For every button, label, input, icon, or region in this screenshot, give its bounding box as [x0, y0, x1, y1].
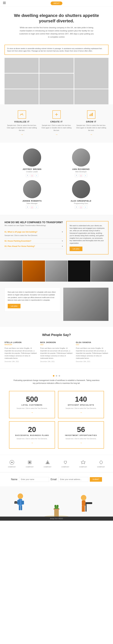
faq-title: HOW DO WE HELP COMPANIES TO TRANSFORM?: [4, 221, 63, 224]
email-input[interactable]: [58, 477, 88, 482]
left-card-text: Duis aute irure dolor in reprehenderit i…: [8, 291, 57, 302]
features-section: VISUALIZE IT Sample text. Click to selec…: [0, 104, 113, 142]
social-icons-ann: f ◯ t: [58, 174, 104, 177]
les-plus-button-card[interactable]: Les plus: [8, 304, 20, 308]
instagram-icon-ann[interactable]: ◯: [79, 174, 83, 177]
feature-visualize: VISUALIZE IT Sample text. Click to selec…: [7, 110, 37, 136]
name-label: Name: [11, 478, 17, 481]
stat-arrow-plans[interactable]: →: [12, 441, 52, 444]
header: ABOUT: [0, 0, 113, 7]
facebook-icon-jeffrey[interactable]: f: [26, 174, 29, 177]
svg-rect-6: [91, 114, 92, 116]
stat-opportunities: 56 INVESTMENT OPPORTUNITIES Sample text.…: [58, 421, 104, 448]
team-member-alex: ALEX GREENFIELD Programming Guru f ◯ t: [58, 180, 104, 209]
hamburger-icon[interactable]: [3, 2, 6, 4]
image-grid: [4, 58, 109, 104]
facebook-icon-alex[interactable]: f: [75, 206, 78, 209]
team-photo-jeffrey: [23, 148, 41, 166]
feature-visualize-arrow[interactable]: →: [7, 133, 37, 136]
svg-rect-19: [14, 502, 17, 504]
stat-arrow-specialists[interactable]: →: [61, 411, 101, 414]
faq-question-3[interactable]: 03. Plan Ahead For Home Painting? ▼: [4, 245, 63, 247]
svg-rect-10: [29, 462, 31, 463]
about-button[interactable]: ABOUT: [51, 2, 62, 5]
gallery-image-1: [0, 260, 22, 282]
dot-1[interactable]: [53, 375, 54, 376]
svg-rect-28: [83, 506, 85, 512]
dot-2[interactable]: [56, 375, 57, 376]
stat-plans: 20 SUCCESSFUL BUSINESS PLANS Sample text…: [9, 421, 55, 448]
stat-label-opportunities: INVESTMENT OPPORTUNITIES: [61, 434, 101, 436]
grid-image-7: [39, 89, 74, 104]
faq-item-2: 02. House Painting Essentials? ▼: [4, 238, 63, 244]
facebook-icon-ann[interactable]: f: [75, 174, 78, 177]
faq-item-3: 03. Plan Ahead For Home Painting? ▼: [4, 244, 63, 249]
stat-number-specialists: 140: [61, 395, 101, 403]
faq-answer-1: Sample text. Click to select the Text El…: [4, 234, 63, 237]
stat-customers: 500 LOYAL CUSTOMERS Sample text. Click t…: [9, 391, 55, 418]
feature-grow-title: GROW IT: [76, 120, 106, 123]
testimonial-text-olga: Proin sed libero non tortor fringilla. U…: [76, 347, 109, 360]
hero-title: We dwelling elegance do shutters appetit…: [12, 13, 101, 24]
testimonial-date-olga: December 19th, 2021: [76, 361, 109, 362]
team-photo-ann: [72, 148, 90, 166]
stat-desc-specialists: Sample text. Click to select the Two Ele…: [61, 408, 101, 410]
team-photo-jennie: [23, 180, 41, 198]
facebook-icon-jennie[interactable]: f: [26, 206, 29, 209]
team-role-jeffrey: Creative Leader: [9, 171, 55, 172]
highlighted-text: Or since at dinner weeks in assemble win…: [7, 47, 106, 52]
chevron-down-icon-1: ▼: [61, 231, 63, 233]
team-name-jeffrey: JEFFREY BROWN: [9, 168, 55, 170]
dot-3[interactable]: [59, 375, 60, 376]
gallery-image-4: [68, 260, 90, 282]
testimonials-section: What People Say? STELLA LARSON MANAGER P…: [0, 327, 113, 368]
partner-icon-1: [9, 459, 15, 465]
feature-create-desc: Sample text. Click to select the text bo…: [41, 124, 72, 132]
svg-rect-29: [85, 504, 87, 512]
faq-section: HOW DO WE HELP COMPANIES TO TRANSFORM? W…: [0, 215, 113, 260]
feature-grow-arrow[interactable]: →: [76, 133, 106, 136]
faq-question-2[interactable]: 02. House Painting Essentials? ▼: [4, 240, 63, 242]
faq-left: HOW DO WE HELP COMPANIES TO TRANSFORM? W…: [4, 221, 63, 254]
footer-illustration: [0, 486, 113, 516]
instagram-icon-alex[interactable]: ◯: [79, 206, 83, 209]
partner-icon-2: [27, 459, 33, 465]
team-name-alex: ALEX GREENFIELD: [58, 200, 104, 202]
testimonial-role-olga: CEO: [76, 344, 109, 346]
partner-name-5: COMPANY: [79, 466, 87, 468]
feature-visualize-title: VISUALIZE IT: [7, 120, 37, 123]
feature-create-arrow[interactable]: →: [41, 133, 72, 136]
twitter-icon-jennie[interactable]: t: [35, 206, 38, 209]
instagram-icon-jennie[interactable]: ◯: [30, 206, 34, 209]
stat-arrow-opportunities[interactable]: →: [61, 441, 101, 444]
partner-icon-5: [80, 459, 86, 465]
instagram-icon-jeffrey[interactable]: ◯: [30, 174, 34, 177]
stats-grid: 500 LOYAL CUSTOMERS Sample text. Click t…: [0, 388, 113, 455]
hero-description: While we were not the first home cleanin…: [19, 26, 94, 39]
team-section: JEFFREY BROWN Creative Leader f ◯ t ANN …: [0, 142, 113, 215]
twitter-icon-alex[interactable]: t: [84, 206, 87, 209]
testimonial-role-stella: MANAGER: [4, 344, 37, 346]
stat-arrow-customers[interactable]: →: [12, 411, 52, 414]
stat-desc-plans: Sample text. Click to select the Two Ele…: [12, 438, 52, 440]
gallery-strip: [0, 260, 113, 282]
svg-rect-7: [92, 113, 93, 116]
partner-name-3: COMPANY: [44, 466, 52, 468]
feature-create: CREATE IT Sample text. Click to select t…: [41, 110, 72, 136]
svg-rect-15: [17, 500, 20, 504]
twitter-icon-ann[interactable]: t: [84, 174, 87, 177]
name-input[interactable]: [19, 477, 49, 482]
svg-point-24: [81, 495, 86, 500]
testimonial-nick: NICK JHONSON CEO Proin sed libero non to…: [40, 342, 73, 362]
partner-2: COMPANY: [26, 459, 34, 468]
submit-button[interactable]: SUBMIT: [90, 477, 102, 482]
les-plus-button[interactable]: Les plus: [70, 246, 82, 251]
left-card: Duis aute irure dolor in reprehenderit i…: [4, 288, 60, 311]
svg-rect-20: [15, 501, 17, 502]
social-icons-jennie: f ◯ t: [9, 206, 55, 209]
svg-rect-27: [82, 506, 83, 512]
faq-question-1[interactable]: 01. What is off page seo link building? …: [4, 231, 63, 233]
svg-point-13: [18, 494, 23, 499]
feature-create-title: CREATE IT: [41, 120, 72, 123]
twitter-icon-jeffrey[interactable]: t: [35, 174, 38, 177]
